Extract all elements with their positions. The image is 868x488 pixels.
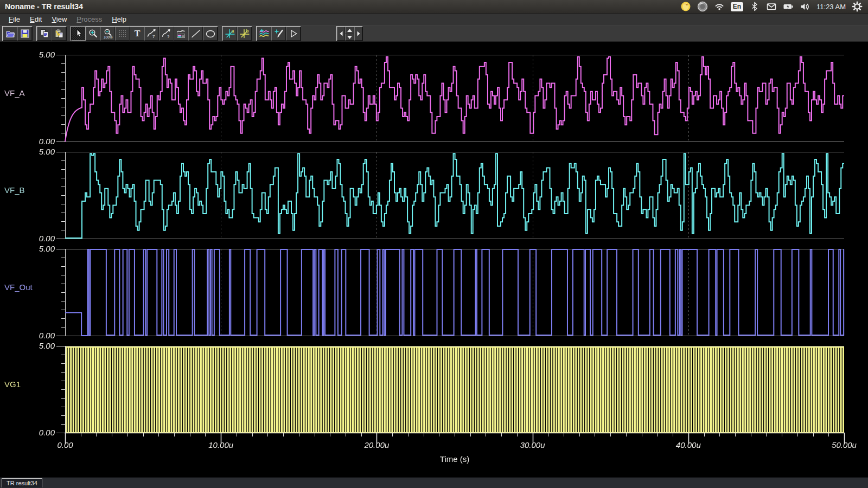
y-max-label: 5.00 xyxy=(0,341,55,350)
x-tick-label: 30.00u xyxy=(507,440,559,450)
y-min-label: 0.00 xyxy=(0,137,55,146)
x-tick-label: 20.00u xyxy=(350,440,403,450)
svg-text:7: 7 xyxy=(152,34,155,39)
run-button[interactable] xyxy=(286,27,301,41)
nav-spinner xyxy=(345,27,354,41)
x-tick-label: 0.00 xyxy=(39,440,91,450)
text-tool-button[interactable]: T xyxy=(130,27,144,41)
export-curve-b-button[interactable]: ? xyxy=(159,27,174,41)
session-sphere-icon[interactable] xyxy=(697,1,708,12)
y-min-label: 0.00 xyxy=(0,234,55,243)
x-tick-label: 50.00u xyxy=(818,440,868,450)
copy-button[interactable] xyxy=(37,27,52,41)
line-tool-icon xyxy=(190,28,201,39)
menu-edit[interactable]: Edit xyxy=(25,14,47,24)
cursor-a-icon: a xyxy=(225,28,235,39)
toolbar: 100%T7?ab xyxy=(0,25,868,42)
x-tick-label: 10.00u xyxy=(195,440,247,450)
spinner-up-button[interactable] xyxy=(345,27,354,34)
curve-legend-button[interactable] xyxy=(174,27,188,41)
curve-legend-icon xyxy=(176,28,187,39)
channel-label-vf_a: VF_A xyxy=(4,88,61,98)
waveform-plot-area[interactable] xyxy=(0,0,868,488)
nav-right-button[interactable] xyxy=(354,27,362,41)
nav-left-button[interactable] xyxy=(337,27,345,41)
power-gear-icon[interactable] xyxy=(852,1,863,12)
x-axis-title: Time (s) xyxy=(411,454,498,464)
text-tool-icon: T xyxy=(132,28,143,39)
export-curve-b-icon: ? xyxy=(161,28,172,39)
volume-icon[interactable] xyxy=(800,1,810,12)
toolbar-group: 100%T7? xyxy=(71,26,218,41)
svg-text:a: a xyxy=(231,28,234,34)
zoom-in-icon xyxy=(88,28,99,39)
export-curve-a-button[interactable]: 7 xyxy=(144,27,159,41)
clock-label[interactable]: 11:23 AM xyxy=(816,3,846,11)
select-cursor-icon xyxy=(73,28,84,39)
menubar: FileEditViewProcessHelp xyxy=(0,14,868,25)
probe-button[interactable] xyxy=(271,27,286,41)
y-max-label: 5.00 xyxy=(0,147,55,156)
y-max-label: 5.00 xyxy=(0,244,55,253)
toolbar-group xyxy=(256,26,301,41)
svg-text:T: T xyxy=(134,29,140,38)
paste-button[interactable] xyxy=(52,27,66,41)
channel-label-vf_out: VF_Out xyxy=(4,282,61,292)
save-file-button[interactable] xyxy=(17,27,32,41)
probe-icon xyxy=(273,28,284,39)
svg-text:b: b xyxy=(246,28,248,34)
application-window: Noname - TR result34 En 11:23 AM FileEdi… xyxy=(0,0,868,488)
y-min-label: 0.00 xyxy=(0,428,55,437)
cursor-a-button[interactable]: a xyxy=(222,27,237,41)
save-file-icon xyxy=(20,28,30,39)
menu-file[interactable]: File xyxy=(4,14,25,24)
menu-help[interactable]: Help xyxy=(107,14,131,24)
toolbar-group: ab xyxy=(222,26,252,41)
mail-icon[interactable] xyxy=(766,1,777,12)
menu-view[interactable]: View xyxy=(47,14,72,24)
y-min-label: 0.00 xyxy=(0,331,55,340)
svg-text:?: ? xyxy=(167,34,170,39)
toolbar-group xyxy=(36,26,67,41)
channel-label-vg1: VG1 xyxy=(4,380,61,389)
grid-icon xyxy=(117,28,128,39)
ellipse-tool-icon xyxy=(205,28,216,39)
svg-text:100%: 100% xyxy=(104,35,113,39)
titlebar: Noname - TR result34 En 11:23 AM xyxy=(0,0,868,14)
statusbar: TR result34 xyxy=(0,477,868,488)
tab-tr-result34[interactable]: TR result34 xyxy=(2,478,42,487)
open-file-icon xyxy=(5,28,16,39)
grid-button xyxy=(115,27,130,41)
system-tray: En 11:23 AM xyxy=(680,1,868,12)
menu-process: Process xyxy=(72,14,107,24)
open-file-button[interactable] xyxy=(3,27,17,41)
line-tool-button[interactable] xyxy=(188,27,203,41)
battery-icon[interactable] xyxy=(783,1,794,12)
keyboard-layout-indicator[interactable]: En xyxy=(731,2,743,11)
zoom-in-button[interactable] xyxy=(86,27,100,41)
copy-icon xyxy=(39,28,50,39)
spinner-down-button[interactable] xyxy=(345,34,354,41)
process-curves-icon xyxy=(259,28,270,39)
ellipse-tool-button[interactable] xyxy=(203,27,218,41)
window-title: Noname - TR result34 xyxy=(0,2,83,11)
export-curve-a-icon: 7 xyxy=(146,28,157,39)
zoom-normal-icon: 100% xyxy=(103,28,113,39)
nav-group xyxy=(336,26,363,41)
select-cursor-button[interactable] xyxy=(71,27,86,41)
cursor-b-icon: b xyxy=(239,28,250,39)
messenger-icon[interactable] xyxy=(680,1,691,12)
cursor-b-button[interactable]: b xyxy=(237,27,252,41)
channel-label-vf_b: VF_B xyxy=(4,185,61,195)
run-icon xyxy=(288,28,299,39)
wifi-icon[interactable] xyxy=(714,1,725,12)
zoom-normal-button[interactable]: 100% xyxy=(100,27,115,41)
toolbar-group xyxy=(2,26,33,41)
bluetooth-icon[interactable] xyxy=(749,1,760,12)
paste-icon xyxy=(54,28,65,39)
process-curves-button[interactable] xyxy=(257,27,271,41)
x-tick-label: 40.00u xyxy=(662,440,714,450)
y-max-label: 5.00 xyxy=(0,50,55,59)
